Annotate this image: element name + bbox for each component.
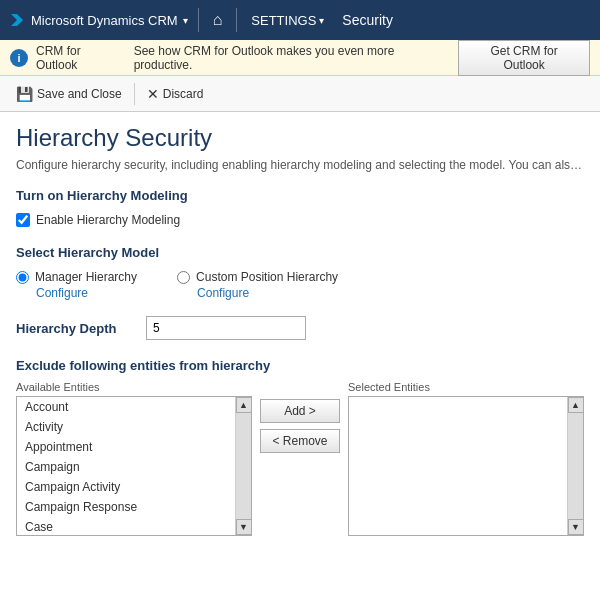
outlook-banner: i CRM for Outlook See how CRM for Outloo… [0,40,600,76]
selected-entities-label: Selected Entities [348,381,584,393]
nav-divider-1 [198,8,199,32]
hierarchy-depth-label: Hierarchy Depth [16,321,136,336]
exclude-entities-header: Exclude following entities from hierarch… [16,358,584,373]
settings-label: SETTINGS [251,13,316,28]
available-scrollbar[interactable]: ▲ ▼ [235,397,251,535]
custom-position-configure-link[interactable]: Configure [197,286,338,300]
list-item[interactable]: Account [17,397,235,417]
nav-section-title: Security [342,12,393,28]
ms-dynamics-icon [8,11,26,29]
list-item[interactable]: Case [17,517,235,536]
manager-hierarchy-configure-link[interactable]: Configure [36,286,137,300]
hierarchy-depth-row: Hierarchy Depth [16,316,584,340]
scroll-down-arrow[interactable]: ▼ [568,519,584,535]
manager-hierarchy-label: Manager Hierarchy [35,270,137,284]
list-item[interactable]: Activity [17,417,235,437]
selected-entities-list[interactable]: ▲ ▼ [348,396,584,536]
toolbar-separator [134,83,135,105]
banner-description: See how CRM for Outlook makes you even m… [134,44,451,72]
custom-position-radio[interactable] [177,271,190,284]
custom-position-option: Custom Position Hierarchy Configure [177,270,338,300]
list-item[interactable]: Campaign [17,457,235,477]
save-close-button[interactable]: 💾 Save and Close [8,82,130,106]
enable-hierarchy-row: Enable Hierarchy Modeling [16,213,584,227]
available-entities-list[interactable]: Account Activity Appointment Campaign Ca… [16,396,252,536]
hierarchy-model-options: Manager Hierarchy Configure Custom Posit… [16,270,584,300]
available-entities-container: Available Entities Account Activity Appo… [16,381,252,536]
banner-crm-label: CRM for Outlook [36,44,124,72]
home-icon[interactable]: ⌂ [209,11,227,29]
add-button[interactable]: Add > [260,399,340,423]
hierarchy-depth-input[interactable] [146,316,306,340]
info-icon: i [10,49,28,67]
scroll-down-arrow[interactable]: ▼ [236,519,252,535]
hierarchy-model-header: Select Hierarchy Model [16,245,584,260]
discard-label: Discard [163,87,204,101]
app-chevron: ▾ [183,15,188,26]
scroll-up-arrow[interactable]: ▲ [568,397,584,413]
toolbar: 💾 Save and Close ✕ Discard [0,76,600,112]
page-description: Configure hierarchy security, including … [16,158,584,172]
remove-button[interactable]: < Remove [260,429,340,453]
manager-hierarchy-option: Manager Hierarchy Configure [16,270,137,300]
selected-entities-container: Selected Entities ▲ ▼ [348,381,584,536]
list-item[interactable]: Appointment [17,437,235,457]
transfer-buttons-area: Add > < Remove [260,381,340,453]
available-entities-label: Available Entities [16,381,252,393]
scroll-track [568,413,583,519]
settings-menu[interactable]: SETTINGS ▾ [247,13,328,28]
save-close-label: Save and Close [37,87,122,101]
app-logo[interactable]: Microsoft Dynamics CRM ▾ [8,11,188,29]
discard-button[interactable]: ✕ Discard [139,82,212,106]
entities-area: Available Entities Account Activity Appo… [16,381,584,536]
nav-divider-2 [236,8,237,32]
custom-position-label: Custom Position Hierarchy [196,270,338,284]
app-name: Microsoft Dynamics CRM [31,13,178,28]
scroll-track [236,413,251,519]
list-item[interactable]: Campaign Activity [17,477,235,497]
hierarchy-modeling-header: Turn on Hierarchy Modeling [16,188,584,203]
scroll-up-arrow[interactable]: ▲ [236,397,252,413]
main-content: Hierarchy Security Configure hierarchy s… [0,112,600,598]
enable-hierarchy-label: Enable Hierarchy Modeling [36,213,180,227]
top-nav-bar: Microsoft Dynamics CRM ▾ ⌂ SETTINGS ▾ Se… [0,0,600,40]
save-icon: 💾 [16,86,33,102]
manager-hierarchy-radio[interactable] [16,271,29,284]
discard-icon: ✕ [147,86,159,102]
settings-chevron: ▾ [319,15,324,26]
enable-hierarchy-checkbox[interactable] [16,213,30,227]
list-item[interactable]: Campaign Response [17,497,235,517]
get-crm-outlook-button[interactable]: Get CRM for Outlook [458,40,590,76]
selected-scrollbar[interactable]: ▲ ▼ [567,397,583,535]
page-title: Hierarchy Security [16,124,584,152]
